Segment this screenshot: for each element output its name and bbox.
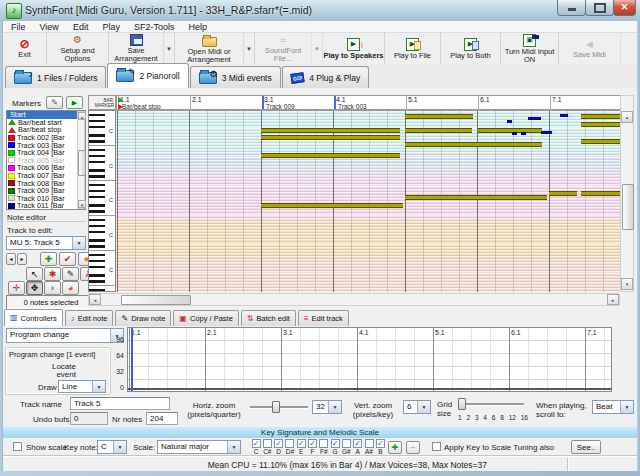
midi-note[interactable] [560, 114, 568, 117]
pianoroll-vscrollbar[interactable]: ▴ ▾ [620, 95, 634, 292]
scale-note-checkbox[interactable] [365, 439, 374, 448]
scale-note-checkbox[interactable]: ✓ [252, 439, 261, 448]
editor-tab-batch-edit[interactable]: ⇅Batch edit [241, 310, 296, 326]
horiz-zoom-slider-thumb[interactable] [272, 401, 280, 413]
toolbar-exit-button[interactable]: ⊘Exit [3, 33, 47, 64]
marker-item[interactable]: Track 011 [Bar [7, 202, 85, 210]
title-bar[interactable]: ♪ SynthFont [Midi Guru, Version 1.711] -… [0, 0, 640, 22]
markers-list[interactable]: StartBar/beat startBar/beat stopTrack 00… [6, 110, 86, 210]
apply-button[interactable]: ✔ [59, 252, 76, 266]
midi-note[interactable] [261, 128, 400, 133]
menu-sf2-tools[interactable]: SF2-Tools [134, 22, 175, 32]
menu-edit[interactable]: Edit [73, 22, 89, 32]
grid-size-slider[interactable] [458, 403, 524, 406]
dropdown-arrow-icon[interactable]: ▼ [163, 33, 174, 64]
midi-note[interactable] [541, 131, 552, 134]
dropdown-arrow-icon[interactable]: ▼ [311, 33, 322, 64]
editor-tab-controllers[interactable]: ▥Controllers [4, 309, 63, 326]
black-key[interactable] [89, 210, 105, 213]
tab-4-plug-play[interactable]: GO!4 Plug & Play [282, 66, 369, 88]
black-key[interactable] [89, 274, 105, 277]
black-key[interactable] [89, 219, 105, 222]
edit-markers-button[interactable]: ✎ [46, 96, 63, 109]
black-key[interactable] [89, 289, 105, 292]
midi-note[interactable] [405, 195, 547, 200]
select-tool[interactable]: ↖ [26, 267, 43, 281]
black-key[interactable] [89, 134, 105, 137]
vert-zoom-select[interactable]: 6▼ [403, 400, 431, 414]
toolbar-midi-input-button[interactable]: ▣Turn Midi Input ON [501, 33, 559, 64]
playhead-line[interactable] [131, 328, 133, 392]
black-key[interactable] [89, 140, 105, 143]
scale-note-checkbox[interactable]: ✓ [353, 439, 362, 448]
scale-note-checkbox[interactable]: ✓ [331, 439, 340, 448]
track-to-edit-select[interactable]: MU 5: Track 5▼ [6, 236, 86, 250]
midi-note[interactable] [581, 122, 620, 127]
black-key[interactable] [89, 126, 105, 129]
black-key[interactable] [89, 239, 105, 242]
black-key[interactable] [89, 120, 105, 123]
color-tool[interactable]: ◕ [62, 281, 79, 295]
black-key[interactable] [89, 245, 105, 248]
midi-note[interactable] [512, 132, 517, 135]
menu-file[interactable]: File [11, 22, 26, 32]
draw-mode-select[interactable]: Line▼ [58, 380, 106, 393]
dropdown-arrow-icon[interactable]: ▼ [243, 33, 254, 64]
glue-tool[interactable]: ✱ [44, 267, 61, 281]
toolbar-play-both-button[interactable]: ▶Play to Both [441, 33, 501, 64]
play-marker-button[interactable]: ▶ [66, 96, 83, 109]
scale-note-checkbox[interactable] [263, 439, 272, 448]
maximize-button[interactable] [585, 0, 614, 16]
editor-tab-edit-note[interactable]: ♪Edit note [65, 310, 114, 326]
scale-select[interactable]: Natural major▼ [157, 440, 241, 454]
midi-note[interactable] [521, 132, 526, 135]
black-key[interactable] [89, 260, 105, 263]
midi-note[interactable] [405, 114, 473, 119]
scale-note-checkbox[interactable] [342, 439, 351, 448]
toolbar-save-button[interactable]: Save Arrangement▼ [109, 33, 175, 64]
midi-note[interactable] [581, 139, 620, 144]
remove-scale-button[interactable]: − [406, 441, 420, 454]
black-key[interactable] [89, 225, 105, 228]
black-key[interactable] [89, 161, 105, 164]
midi-note[interactable] [507, 120, 512, 123]
black-key[interactable] [89, 114, 105, 117]
menu-play[interactable]: Play [102, 22, 120, 32]
menu-help[interactable]: Help [188, 22, 207, 32]
black-key[interactable] [89, 190, 105, 193]
nav-prev-button[interactable]: ◂ [6, 253, 16, 265]
shape-tool[interactable]: ◗ [44, 281, 61, 295]
editor-tab-draw-note[interactable]: ✎Draw note [115, 310, 171, 326]
scale-note-checkbox[interactable]: ✓ [297, 439, 306, 448]
close-button[interactable]: ✕ [613, 0, 636, 16]
midi-note[interactable] [405, 142, 542, 147]
minimize-button[interactable] [557, 0, 586, 16]
grid-size-slider-thumb[interactable] [458, 398, 466, 410]
horiz-zoom-select[interactable]: 32▼ [312, 400, 342, 414]
toolbar-play-file-button[interactable]: ▶Play to File [385, 33, 441, 64]
tab-1-files-folders[interactable]: ♪1 Files / Folders [5, 66, 106, 88]
move-tool[interactable]: ✥ [26, 281, 43, 295]
black-key[interactable] [89, 266, 105, 269]
apply-tuning-checkbox[interactable] [432, 442, 441, 451]
black-key[interactable] [89, 175, 105, 178]
midi-note[interactable] [549, 191, 577, 196]
see-button[interactable]: See.. [571, 440, 601, 454]
midi-note[interactable] [478, 128, 542, 133]
track-name-input[interactable]: Track 5 [70, 397, 170, 410]
menu-view[interactable]: View [40, 22, 59, 32]
editor-tab-edit-track[interactable]: ≡Edit track [298, 310, 349, 326]
black-key[interactable] [89, 184, 105, 187]
scale-note-checkbox[interactable]: ✓ [274, 439, 283, 448]
tab-2-pianoroll[interactable]: ✎2 Pianoroll [107, 63, 188, 88]
piano-keyboard[interactable]: CCCCC [88, 110, 116, 292]
pencil-tool[interactable]: ✎ [62, 267, 79, 281]
pianoroll-hscrollbar[interactable]: ◂ ▸ [88, 293, 620, 306]
midi-note[interactable] [261, 203, 403, 208]
scale-note-checkbox[interactable] [285, 439, 294, 448]
pianoroll-ruler[interactable]: 1.1Bar/beat stop2.13.1Track 0094.1Track … [116, 95, 620, 110]
add-scale-button[interactable]: ✚ [388, 441, 402, 454]
black-key[interactable] [89, 196, 105, 199]
pianoroll-grid[interactable] [116, 110, 620, 292]
midi-note[interactable] [405, 128, 472, 133]
